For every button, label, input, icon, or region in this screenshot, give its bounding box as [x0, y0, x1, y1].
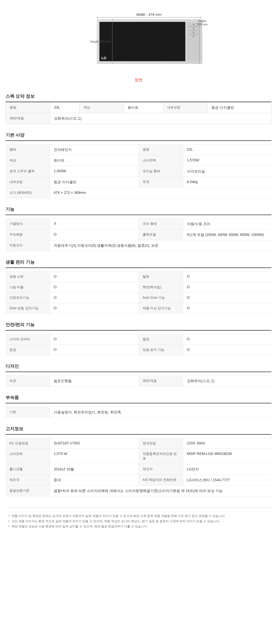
table-row: 스마트 인버터 O 절전 O — [6, 334, 271, 345]
table-row: Door 닫힘 감지기능 O 제품 이상 감지기능 O — [6, 303, 271, 314]
spec-label: 정격 고주파 출력 — [6, 166, 50, 177]
diagram-area: Width : 476 mm LG — [69, 11, 208, 75]
spec-value: O — [50, 272, 139, 282]
spec-label: 소비전력 — [6, 449, 50, 464]
table-row: 용량 23L 색상 화이트 내부코팅 항균 이지클린 — [6, 102, 271, 113]
table-row: 크기 (WXHXD) 476 × 272 × 369mm — [6, 188, 271, 198]
spec-value: 자동/수동 조리 — [183, 219, 272, 229]
spec-label: 크기 (WXHXD) — [6, 188, 50, 198]
spec-label: Auto Cool 기능 — [139, 293, 183, 303]
spec-label: 출력조절 — [139, 230, 183, 240]
depth-label: Depth 369 mm — [197, 19, 208, 26]
basic-spec-section: 기본 사양 형태 전자레인지 용량 23L 색상 화이트 소비전력 1,570W… — [6, 132, 271, 198]
list-item: 모든 제품 이미지는 환경 켜으로 실제 제품과 차이가 있을 수 있으며, 제… — [8, 519, 271, 524]
life-function-section: 생활 편리 기능 젖병 소독 O 탈취 O 스팀 타올 O 햇반(즉석밥) O … — [6, 259, 271, 314]
spec-value: 사각조리실 — [183, 166, 272, 177]
table-row: 젖병 소독 O 탈취 O — [6, 271, 271, 282]
ctrl-dot-3 — [193, 32, 194, 33]
spec-label: 꺼속해동 — [6, 230, 50, 240]
spec-value: 2016년 10월 — [50, 464, 139, 475]
spec-summary-title: 스펙 요약 정보 — [6, 94, 271, 102]
spec-label: 잠금 — [6, 345, 50, 355]
spec-value: 8.54kg — [183, 177, 272, 187]
spec-value: O — [50, 230, 139, 240]
spec-value: 강화유리(스모그) — [183, 376, 272, 386]
design-rows: 외관 빌트인핸들 패턴/재질 강화유리(스모그) — [6, 375, 271, 387]
spec-label: 잊음 방지 기능 — [139, 345, 183, 355]
label-cell: 용량 — [6, 102, 50, 113]
spec-label: 기본 — [6, 407, 50, 418]
spec-label: 조리 형태 — [139, 219, 183, 229]
spec-value: 476 × 272 × 369mm — [50, 188, 271, 198]
spec-label: 제조국 — [6, 475, 50, 485]
spec-value: X — [50, 219, 139, 229]
function-rows: 가열방식 X 조리 형태 자동/수동 조리 꺼속해동 O 출력조절 5단계 조절… — [6, 218, 271, 251]
notes-list: 제품 이미지 및 특징점 등에는 긍극적 표현이 포함되어 실제 제품과 차이가… — [6, 513, 271, 529]
table-row: 출시년월 2016년 10월 제조자 LG전자 — [6, 464, 271, 475]
spec-value: MSIP-REM-LGE-MW23ED6 — [183, 449, 272, 464]
value-cell: 화이트 — [124, 102, 163, 113]
spec-value: O — [183, 272, 272, 282]
spec-label: 젖병 소독 — [6, 272, 50, 282]
spec-label: A/S 책임자와 전화번호 — [139, 475, 183, 485]
spec-label: 패턴/재질 — [139, 376, 183, 386]
function-section: 기능 가열방식 X 조리 형태 자동/수동 조리 꺼속해동 O 출력조절 5단계… — [6, 207, 271, 251]
value-cell: 항균 이지클린 — [207, 102, 271, 113]
spec-label: 햇반(즉석밥) — [139, 282, 183, 292]
spec-label: 자동조리 — [6, 240, 50, 251]
spec-value: 결함•하자 등에 따른 소비자피해에 대해서는 소비자분쟁해결기준(소비자기본법… — [50, 486, 271, 496]
spec-value: O — [50, 334, 139, 344]
spec-value: 사용설명서, 회전유리접시, 회전링, 회전축 — [50, 407, 271, 418]
spec-label: 품질보증기준 — [6, 486, 50, 496]
spec-label: 탈취 — [139, 272, 183, 282]
ctrl-dot-4 — [193, 35, 194, 37]
spec-value: O — [183, 303, 272, 313]
ctrl-dot-2 — [193, 28, 194, 29]
spec-summary-section: 스펙 요약 정보 용량 23L 색상 화이트 내부코팅 항균 이지클린 패턴/재… — [6, 94, 271, 124]
spec-label: 스마트 인버터 — [6, 334, 50, 344]
notice-rows: KC 인증번호 SU07187-17002 정격전압 220V, 60Hz 소비… — [6, 438, 271, 496]
accessories-section: 부속품 기본 사용설명서, 회전유리접시, 회전링, 회전축 — [6, 395, 271, 418]
table-row: 제조국 중국 A/S 책임자와 전화번호 LG서비스센터 / 1544-7777 — [6, 475, 271, 486]
depth-text: Depth 369 mm — [197, 19, 208, 26]
table-row: 외관 빌트인핸들 패턴/재질 강화유리(스모그) — [6, 375, 271, 387]
spec-label: 색상 — [6, 155, 50, 166]
safety-function-rows: 스마트 인버터 O 절전 O 잠금 O 잊음 방지 기능 O — [6, 334, 271, 355]
spec-summary-tbody: 용량 23L 색상 화이트 내부코팅 항균 이지클린 패턴/재질 강화유리(스모… — [6, 102, 271, 124]
table-row: 잠금 O 잊음 방지 기능 O — [6, 345, 271, 355]
front-label: 정면 — [6, 78, 271, 83]
value-cell: 23L — [50, 102, 79, 113]
spec-value: 중국 — [50, 475, 139, 485]
page-wrapper: Width : 476 mm LG — [0, 0, 277, 540]
table-row: KC 인증번호 SU07187-17002 정격전압 220V, 60Hz — [6, 438, 271, 449]
spec-label: 제품 이상 감지기능 — [139, 303, 183, 313]
spec-value: LG전자 — [183, 464, 272, 475]
spec-label: 조리실 형태 — [139, 166, 183, 177]
spec-value: 1,000W — [50, 166, 139, 177]
spec-label: Door 닫힘 감지기능 — [6, 303, 50, 313]
accessories-rows: 기본 사용설명서, 회전유리접시, 회전링, 회전축 — [6, 407, 271, 418]
spec-value: 전자레인지 — [50, 145, 139, 155]
notice-title: 고지정보 — [6, 426, 271, 435]
table-row: 패턴/재질 강화유리(스모그) — [6, 113, 271, 124]
spec-label: 형태 — [6, 145, 50, 155]
spec-summary-table: 용량 23L 색상 화이트 내부코팅 항균 이지클린 패턴/재질 강화유리(스모… — [6, 102, 271, 124]
table-row: 간편조리기능 O Auto Cool 기능 O — [6, 293, 271, 303]
spec-value: O — [50, 282, 139, 292]
height-label: Height 272 mm — [90, 40, 111, 43]
life-function-rows: 젖병 소독 O 탈취 O 스팀 타올 O 햇반(즉석밥) O 간편조리기능 O … — [6, 271, 271, 314]
spec-label: 절전 — [139, 334, 183, 344]
width-label: Width : 476 mm — [97, 12, 201, 17]
spec-label: 스팀 타올 — [6, 282, 50, 292]
table-row: 꺼속해동 O 출력조절 5단계 조절 (200W, 400W, 600W, 80… — [6, 230, 271, 240]
spec-value: O — [50, 345, 139, 355]
design-title: 디자인 — [6, 364, 271, 372]
spec-label: 가열방식 — [6, 219, 50, 229]
spec-label: 출시년월 — [6, 464, 50, 475]
basic-spec-rows: 형태 전자레인지 용량 23L 색상 화이트 소비전력 1,570W 정격 고주… — [6, 144, 271, 198]
spec-value: O — [183, 293, 272, 303]
function-title: 기능 — [6, 207, 271, 215]
spec-value: O — [183, 334, 272, 344]
table-row: 스팀 타올 O 햇반(즉석밥) O — [6, 282, 271, 293]
spec-label: KC 인증번호 — [6, 438, 50, 449]
